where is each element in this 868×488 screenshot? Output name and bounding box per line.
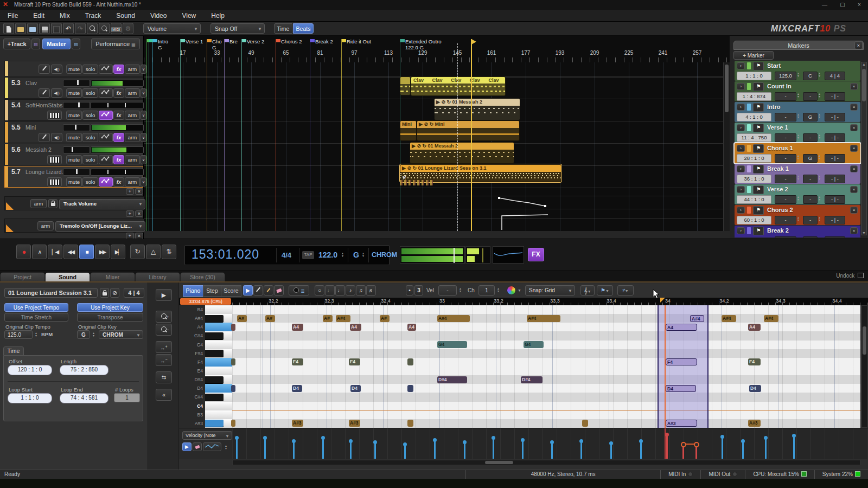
marker-meter-field[interactable]: - | -	[825, 236, 845, 237]
marker-flag-icon[interactable]	[310, 39, 315, 42]
grid-row[interactable]	[232, 367, 860, 376]
marker-name[interactable]: Count In	[767, 83, 792, 89]
velocity-stem[interactable]	[666, 434, 668, 459]
midi-note[interactable]: D4	[350, 385, 361, 392]
velocity-stem-handle[interactable]	[609, 441, 613, 445]
note-color-wheel[interactable]	[507, 286, 516, 295]
marker-position-field[interactable]: 60 : 1 : 0	[737, 216, 771, 224]
marker-row[interactable]: ›⚑Verse 1×11 : 4 : 750-▴▾-▴▾- | -	[735, 123, 860, 143]
clip-loop-cell[interactable]: Clav	[449, 77, 470, 84]
marker-name[interactable]: Chorus 1	[767, 145, 793, 151]
marker-color-swatch[interactable]	[747, 104, 751, 111]
slider-handle[interactable]	[77, 80, 79, 85]
key-spinner[interactable]: ▴▾	[817, 155, 822, 160]
automation-button[interactable]	[99, 155, 113, 164]
tempo-value[interactable]: 122.0	[318, 251, 337, 259]
expand-marker-icon[interactable]: ›	[737, 124, 745, 131]
marker-tempo-field[interactable]: -	[775, 92, 796, 101]
arm-button[interactable]: arm	[37, 221, 54, 230]
paint-tool-icon[interactable]	[39, 65, 50, 74]
velocity-ramp-node[interactable]	[681, 442, 686, 447]
messiah2-clip-a[interactable]: ▶ ⊘ ↻ 01 Messiah 2	[434, 98, 520, 120]
arm-button[interactable]: arm	[125, 65, 140, 74]
key-spinner[interactable]: ▴▾	[817, 134, 822, 139]
open-folder-icon[interactable]	[15, 23, 26, 34]
arm-button[interactable]: arm	[125, 133, 140, 142]
arm-button[interactable]: arm	[125, 88, 140, 98]
marker-meter-field[interactable]: - | -	[825, 195, 845, 204]
piano-roll-hscrollbar[interactable]	[232, 460, 860, 465]
midi-note[interactable]	[231, 358, 235, 365]
loop-mode-button[interactable]: ↻	[130, 245, 145, 259]
new-file-icon[interactable]	[3, 23, 14, 34]
delete-marker-icon[interactable]: ×	[850, 207, 858, 214]
midi-note[interactable]	[407, 420, 413, 427]
midi-note[interactable]: A#4	[764, 315, 778, 322]
grid-row[interactable]	[232, 349, 860, 358]
mute-button[interactable]: mute	[66, 133, 82, 142]
chevron-down-icon[interactable]: ∨	[141, 88, 146, 98]
tempo-spinner[interactable]: ▴▾	[796, 113, 801, 119]
clip-header[interactable]: ▶ ⊘ ↻ Mini	[417, 121, 519, 128]
marker-row[interactable]: ›⚑Break 1×36 : 1 : 0-▴▾-▴▾- | -	[735, 164, 860, 184]
marker-color-swatch[interactable]	[747, 145, 751, 152]
use-project-key-button[interactable]: Use Project Key	[77, 303, 143, 312]
velocity-stem[interactable]	[264, 438, 266, 459]
clip-header[interactable]: ▶ ⊘ ↻ 01 Messiah 2	[410, 143, 514, 150]
performance-panel-button[interactable]: Performance ▦	[91, 38, 140, 49]
metronome-button[interactable]: △	[146, 245, 161, 259]
expand-marker-icon[interactable]: ›	[737, 207, 745, 214]
marker-flag-label[interactable]: Verse 1	[186, 38, 203, 44]
marker-flag-icon[interactable]: ⚑	[753, 103, 764, 112]
marker-flag-label[interactable]: Extended Outro	[405, 38, 442, 44]
h-zoom-in-button[interactable]: ↔+	[156, 341, 172, 353]
clip-loop-cell[interactable]: Clav	[486, 77, 506, 84]
automation-clip-handle[interactable]	[6, 202, 14, 210]
midi-note[interactable]: F4	[666, 358, 697, 365]
fx-button[interactable]: fx	[113, 133, 124, 142]
expand-marker-icon[interactable]: ›	[737, 62, 745, 69]
menu-mix[interactable]: Mix	[52, 10, 78, 22]
marker-flag-icon[interactable]: ⚑	[753, 124, 764, 132]
velocity-stem[interactable]	[522, 440, 524, 459]
close-button[interactable]: ×	[852, 1, 867, 9]
expand-marker-icon[interactable]: ›	[737, 165, 745, 172]
midi-note[interactable]: A4	[292, 324, 303, 331]
clip-loop-cell[interactable]: Clav	[411, 77, 432, 84]
midi-note[interactable]: A4	[748, 324, 761, 331]
velocity-select-tool[interactable]: ▶	[182, 442, 192, 451]
midi-note[interactable]: D4	[292, 385, 302, 392]
orig-tempo-field[interactable]: 125.0	[4, 330, 33, 339]
tempo-spinner[interactable]: ▴▾	[796, 134, 801, 139]
track-row[interactable]: 5.5Mini◀))mutesolofxarm∨	[4, 121, 143, 143]
volume-slider[interactable]	[63, 80, 90, 87]
tab-score[interactable]: Score	[221, 285, 241, 297]
velocity-stem-handle[interactable]	[433, 438, 437, 442]
marker-position-field[interactable]: 44 : 1 : 0	[737, 195, 771, 204]
velocity-stem[interactable]	[350, 441, 352, 459]
add-automation-icon[interactable]: +	[126, 188, 134, 195]
track-name[interactable]: Mini	[25, 124, 36, 131]
scroll-thumb[interactable]	[725, 65, 729, 112]
velocity-stem-handle[interactable]	[550, 440, 554, 444]
marker-flag-icon[interactable]	[207, 39, 212, 42]
velocity-stem[interactable]	[722, 436, 723, 459]
remove-automation-icon[interactable]: ×	[135, 210, 143, 217]
length-field[interactable]: 75 : 2 : 850	[60, 365, 108, 375]
midi-note[interactable]: A#3	[292, 420, 303, 427]
half-note-icon[interactable]: ♩	[325, 285, 335, 296]
menu-help[interactable]: Help	[203, 10, 232, 22]
playhead-time[interactable]: 153:01.020	[192, 247, 259, 262]
master-menu-icon[interactable]: ▤	[72, 38, 80, 49]
piano-key-black[interactable]	[205, 394, 224, 401]
marker-color-swatch[interactable]	[747, 227, 751, 234]
midi-editor-icon[interactable]: MIDI	[111, 23, 122, 34]
track-name[interactable]: Clav	[25, 80, 37, 86]
import-icon[interactable]	[27, 23, 38, 34]
marker-key-field[interactable]: G	[803, 154, 818, 163]
clip-body[interactable]	[417, 128, 519, 140]
arm-button[interactable]: arm	[30, 199, 47, 208]
marker-color-swatch[interactable]	[747, 186, 751, 193]
eraser-tool-icon[interactable]	[274, 285, 284, 296]
marker-key-field[interactable]: -	[803, 216, 818, 224]
